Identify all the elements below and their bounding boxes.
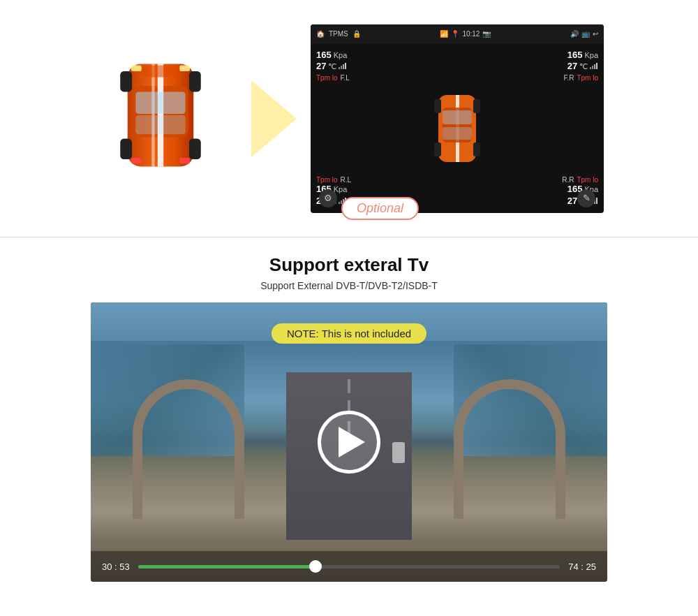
tpms-section: 🏠 TPMS 🔒 📶 📍 10:12 📷 🔊 📺 ↩ (0, 0, 698, 237)
tpms-car-center-image (422, 87, 492, 170)
video-controls: 30 : 53 74 : 25 (91, 551, 607, 582)
location-icon: 📍 (451, 30, 459, 38)
fr-pressure-unit: Kpa (584, 50, 598, 60)
rl-pos-label: R.L (341, 176, 352, 184)
video-container: NOTE: This is not included 30 : 53 74 : … (91, 302, 607, 582)
svg-rect-19 (443, 127, 472, 140)
fr-temp-unit: ℃ (579, 61, 588, 71)
svg-rect-9 (189, 138, 201, 159)
svg-rect-6 (120, 71, 132, 91)
fl-signal (339, 62, 346, 69)
svg-rect-18 (443, 110, 472, 124)
screen-icon: 📺 (581, 30, 590, 38)
tpms-topbar: 🏠 TPMS 🔒 📶 📍 10:12 📷 🔊 📺 ↩ (311, 24, 604, 44)
svg-rect-5 (135, 115, 185, 134)
note-label: NOTE: This is not included (287, 328, 411, 339)
fr-pressure: 165 (567, 50, 583, 61)
tpms-edit-button[interactable]: ✎ (577, 189, 595, 207)
svg-rect-21 (473, 99, 480, 113)
svg-rect-4 (135, 91, 185, 114)
progress-bar[interactable] (138, 565, 560, 569)
progress-thumb[interactable] (309, 560, 322, 573)
tpms-inner: 🏠 TPMS 🔒 📶 📍 10:12 📷 🔊 📺 ↩ (94, 24, 604, 213)
car-svg (115, 42, 255, 196)
svg-rect-13 (131, 157, 142, 163)
svg-rect-11 (131, 65, 142, 71)
play-icon (339, 427, 365, 457)
rr-temp: 27 (567, 196, 577, 207)
svg-rect-14 (179, 157, 190, 163)
svg-rect-7 (189, 71, 201, 91)
lock-icon: 🔒 (352, 30, 361, 38)
current-time: 30 : 53 (102, 562, 130, 572)
fr-tpm-label: Tpm lo (577, 74, 598, 82)
fl-pressure: 165 (316, 50, 332, 61)
tv-subtitle: Support External DVB-T/DVB-T2/ISDB-T (260, 280, 438, 291)
tpms-label: TPMS (329, 30, 348, 38)
note-badge: NOTE: This is not included (272, 323, 426, 344)
back-icon: ↩ (593, 30, 598, 38)
rr-tpm-label: Tpm lo (577, 176, 598, 184)
fl-tpm-label: Tpm lo (316, 74, 338, 82)
fl-temp-unit: ℃ (328, 61, 336, 71)
tpms-settings-button[interactable]: ⚙ (319, 189, 337, 207)
rl-tpm-label: Tpm lo (316, 176, 338, 184)
signal-icon: 📶 (440, 30, 448, 38)
svg-rect-12 (179, 65, 190, 71)
tpms-screen: 🏠 TPMS 🔒 📶 📍 10:12 📷 🔊 📺 ↩ (311, 24, 604, 213)
fr-signal (590, 62, 597, 69)
settings-icon: ⚙ (324, 193, 332, 203)
svg-rect-8 (120, 138, 132, 159)
fl-pos-label: F.L (341, 74, 350, 82)
progress-fill (138, 565, 315, 569)
fr-temp: 27 (567, 61, 577, 73)
bridge-arch-left (133, 379, 244, 519)
optional-label: Optional (357, 201, 403, 215)
total-time: 74 : 25 (568, 562, 596, 572)
volume-icon: 🔊 (570, 30, 579, 38)
svg-rect-23 (473, 142, 480, 156)
tv-title: Support exteral Tv (269, 254, 429, 276)
car-top-view (94, 35, 276, 203)
svg-rect-20 (434, 99, 441, 113)
play-button[interactable] (318, 411, 380, 474)
fl-pressure-unit: Kpa (334, 50, 348, 60)
tv-section: Support exteral Tv Support External DVB-… (0, 237, 698, 616)
rr-pos-label: R.R (562, 176, 574, 184)
fl-temp: 27 (316, 61, 326, 73)
svg-rect-22 (434, 142, 441, 156)
optional-badge: Optional (341, 197, 419, 220)
svg-rect-10 (142, 65, 179, 77)
home-icon: 🏠 (316, 30, 325, 38)
edit-icon: ✎ (583, 193, 591, 203)
camera-icon: 📷 (482, 30, 491, 38)
fr-pos-label: F.R (563, 74, 574, 82)
tpms-content: 165 Kpa 27 ℃ (311, 44, 604, 213)
bridge-arch-right (454, 379, 565, 519)
time-display: 10:12 (462, 30, 480, 38)
